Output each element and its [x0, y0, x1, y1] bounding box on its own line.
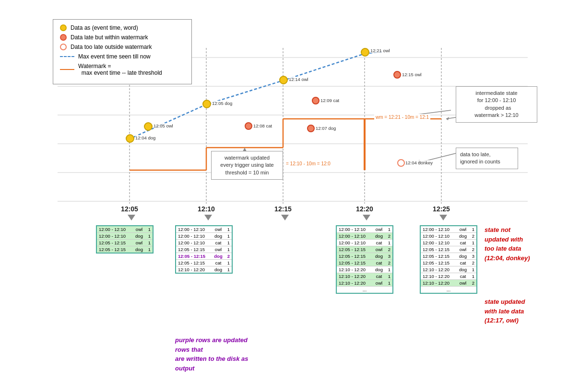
cell-word: dog — [133, 247, 145, 252]
cell-time: 12:00 - 12:10 — [178, 227, 213, 232]
cell-time: 12:05 - 12:15 — [423, 260, 457, 265]
legend-line-blue — [60, 56, 74, 57]
row-1210-4: 12:05 - 12:15 owl 1 — [176, 246, 232, 253]
too-late-annotation: data too late,ignored in counts — [456, 148, 518, 169]
row-1210-5: 12:05 - 12:15 dog 2 — [176, 253, 232, 260]
cell-count: 2 — [224, 254, 230, 259]
purple-note: purple rows are updated rows thatare wri… — [175, 335, 261, 373]
legend-label-blue: Max event time seen till now — [78, 53, 151, 60]
dot-label-toolate: 12:04 donkey — [405, 160, 433, 165]
arrow-1210 — [204, 215, 212, 220]
time-label-1220: 12:20 — [350, 205, 379, 213]
cell-time: 12:05 - 12:15 — [339, 260, 373, 265]
row-1225-3: 12:00 - 12:10 cat 1 — [421, 240, 476, 246]
cell-count: 1 — [469, 240, 474, 245]
cell-count: 2 — [385, 260, 390, 265]
cell-count: 2 — [469, 260, 474, 265]
dot-1220-a — [361, 48, 369, 57]
cell-time: 12:00 - 12:10 — [423, 240, 457, 245]
cell-word: dog — [373, 233, 385, 239]
cell-time: 12:00 - 12:10 — [99, 233, 133, 239]
cell-word: owl — [457, 247, 469, 252]
cell-word: dog — [213, 233, 224, 239]
cell-time: 12:10 - 12:20 — [178, 267, 213, 272]
wm-label2: = 12:10 - 10m = 12:0 — [284, 161, 332, 167]
legend-item-outline: Data too late outside watermark — [60, 44, 185, 50]
watermark-update-text: watermark updatedevery trigger using lat… — [220, 155, 273, 175]
dot-1215-a — [279, 76, 288, 84]
cell-time: 12:10 - 12:20 — [423, 267, 457, 272]
cell-count: 2 — [469, 233, 474, 239]
dot-label-late-1220: 12:15 owl — [402, 72, 422, 77]
cell-count: 1 — [385, 267, 390, 272]
cell-time: 12:00 - 12:10 — [178, 233, 213, 239]
arrow-1225 — [439, 215, 447, 220]
cell-word: cat — [373, 260, 385, 265]
cell-time: 12:05 - 12:15 — [339, 254, 373, 259]
row-1220-1: 12:00 - 12:10 owl 1 — [337, 226, 392, 233]
dot-late-1220 — [393, 71, 401, 79]
row-1225-dots: ... — [421, 287, 476, 293]
cell-count: 1 — [224, 260, 230, 265]
cell-time: 12:05 - 12:15 — [178, 254, 213, 259]
cell-count: 1 — [145, 227, 151, 232]
row-1225-4: 12:05 - 12:15 owl 2 — [421, 246, 476, 253]
cell-word: dog — [213, 254, 224, 259]
cell-word: dog — [213, 267, 224, 272]
cell-count: 1 — [469, 274, 474, 279]
dot-late-1215b — [307, 125, 315, 132]
diagram-area: Data as (event time, word) Data late but… — [0, 0, 568, 392]
cell-count: 2 — [385, 233, 390, 239]
cell-time: 12:00 - 12:10 — [339, 240, 373, 245]
legend-dot-yellow — [60, 24, 67, 31]
cell-time: 12:10 - 12:20 — [339, 274, 373, 279]
time-label-1225: 12:25 — [427, 205, 456, 213]
dot-label-1210-a: 12:05 dog — [212, 101, 232, 106]
dot-label-1205-owl: 12:05 owl — [154, 123, 173, 128]
time-label-1210: 12:10 — [192, 205, 221, 213]
row-1220-2: 12:00 - 12:10 dog 2 — [337, 233, 392, 240]
cell-count: 1 — [145, 240, 151, 245]
dot-label-1205-dog: 12:04 dog — [135, 135, 155, 140]
cell-word: dog — [133, 233, 145, 239]
row-1210-7: 12:10 - 12:20 dog 1 — [176, 266, 232, 273]
row-1220-3: 12:00 - 12:10 cat 1 — [337, 240, 392, 246]
legend-label-orange: Data late but within watermark — [71, 34, 148, 41]
cell-word: owl — [373, 247, 385, 252]
legend-item-blue-line: Max event time seen till now — [60, 53, 185, 60]
cell-word: owl — [373, 227, 385, 232]
cell-word: cat — [457, 260, 469, 265]
row-1225-8: 12:10 - 12:20 cat 1 — [421, 273, 476, 280]
cell-word: owl — [213, 247, 224, 252]
dot-label-1220-a: 12:21 owl — [370, 48, 390, 53]
cell-count: 1 — [145, 233, 151, 239]
legend-label-orange-line: Watermark = max event time -- late thres… — [78, 63, 162, 76]
row-1210-2: 12:00 - 12:10 dog 1 — [176, 233, 232, 240]
row-1225-1: 12:00 - 12:10 owl 1 — [421, 226, 476, 233]
row-1225-9: 12:10 - 12:20 owl 2 — [421, 280, 476, 287]
dot-1210-a — [202, 100, 211, 108]
dot-1205-owl — [144, 122, 153, 131]
cell-word: dog — [373, 267, 385, 272]
cell-time: 12:05 - 12:15 — [99, 240, 133, 245]
cell-time: 12:05 - 12:15 — [99, 247, 133, 252]
cell-count: 1 — [224, 247, 230, 252]
purple-note-text: purple rows are updated rows thatare wri… — [175, 336, 248, 372]
dot-1205-dog — [126, 134, 134, 143]
cell-count: 1 — [224, 240, 230, 245]
dots-1225: ... — [447, 287, 450, 292]
row-1225-5: 12:05 - 12:15 dog 3 — [421, 253, 476, 260]
cell-time: 12:10 - 12:20 — [423, 280, 457, 286]
state-table-1205: 12:00 - 12:10 owl 1 12:00 - 12:10 dog 1 … — [96, 225, 154, 254]
cell-word: owl — [457, 227, 469, 232]
cell-count: 1 — [469, 267, 474, 272]
cell-word: owl — [373, 280, 385, 286]
row-1210-1: 12:00 - 12:10 owl 1 — [176, 226, 232, 233]
legend-item-orange: Data late but within watermark — [60, 34, 185, 41]
red-note-1-text: state notupdated withtoo late data(12:04… — [485, 226, 530, 262]
cell-word: dog — [457, 254, 469, 259]
state-table-1220: 12:00 - 12:10 owl 1 12:00 - 12:10 dog 2 … — [336, 225, 393, 294]
state-table-1210: 12:00 - 12:10 owl 1 12:00 - 12:10 dog 1 … — [175, 225, 233, 274]
dot-toolate — [397, 159, 405, 167]
cell-time: 12:00 - 12:10 — [99, 227, 133, 232]
